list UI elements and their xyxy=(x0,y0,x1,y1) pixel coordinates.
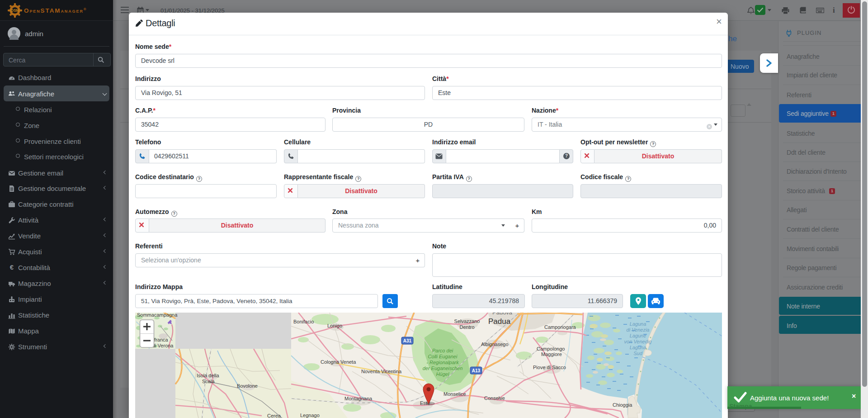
svg-text:Monselice: Monselice xyxy=(443,391,466,397)
svg-text:Selvazzano: Selvazzano xyxy=(454,318,480,324)
svg-text:di Venezia: di Venezia xyxy=(627,327,650,332)
svg-text:Laguna: Laguna xyxy=(630,321,646,327)
svg-text:Conselve: Conselve xyxy=(484,395,505,401)
svg-text:Parco dei: Parco dei xyxy=(432,348,453,353)
svg-text:Cologna Veneta: Cologna Veneta xyxy=(321,359,356,365)
svg-text:Noventa Vicentina: Noventa Vicentina xyxy=(361,369,402,374)
svg-text:Legnago: Legnago xyxy=(300,413,320,418)
svg-text:Hügel: Hügel xyxy=(436,371,449,377)
svg-text:- Regionalpark: - Regionalpark xyxy=(426,360,459,365)
svg-text:Albignasego: Albignasego xyxy=(481,342,509,347)
svg-text:Bovolone: Bovolone xyxy=(237,383,258,389)
svg-text:di Verona: di Verona xyxy=(152,343,174,348)
svg-text:Piove di Sacco: Piove di Sacco xyxy=(533,365,566,370)
svg-text:Padua: Padua xyxy=(488,317,511,326)
svg-text:Sommacampagna: Sommacampagna xyxy=(137,313,178,318)
svg-text:Dentro: Dentro xyxy=(459,324,474,330)
svg-text:Laguna: Laguna xyxy=(630,345,646,350)
svg-text:A31: A31 xyxy=(403,338,412,343)
svg-text:Camponogara: Camponogara xyxy=(544,324,576,330)
svg-text:Cerea: Cerea xyxy=(267,413,281,418)
svg-text:Colli Euganei: Colli Euganei xyxy=(428,354,458,359)
svg-text:Lonigo: Lonigo xyxy=(327,323,342,328)
svg-text:Scala: Scala xyxy=(202,379,215,384)
svg-text:Bonifacio: Bonifacio xyxy=(293,319,314,324)
svg-text:Campolongo: Campolongo xyxy=(537,346,565,352)
svg-text:Lagune: Lagune xyxy=(630,333,646,338)
svg-text:Padova: Padova xyxy=(492,313,513,316)
svg-text:Sud: Sud xyxy=(633,351,642,356)
svg-text:der Euganeischen: der Euganeischen xyxy=(423,366,463,371)
svg-text:von Venedig: von Venedig xyxy=(624,339,652,344)
svg-text:A13: A13 xyxy=(472,368,481,373)
svg-text:Isola della: Isola della xyxy=(197,373,219,378)
svg-text:Chioggia: Chioggia xyxy=(613,402,632,408)
svg-text:Montagnana: Montagnana xyxy=(344,396,373,401)
svg-text:OSM: OSM xyxy=(10,8,19,13)
svg-text:Maggiore: Maggiore xyxy=(541,352,562,357)
